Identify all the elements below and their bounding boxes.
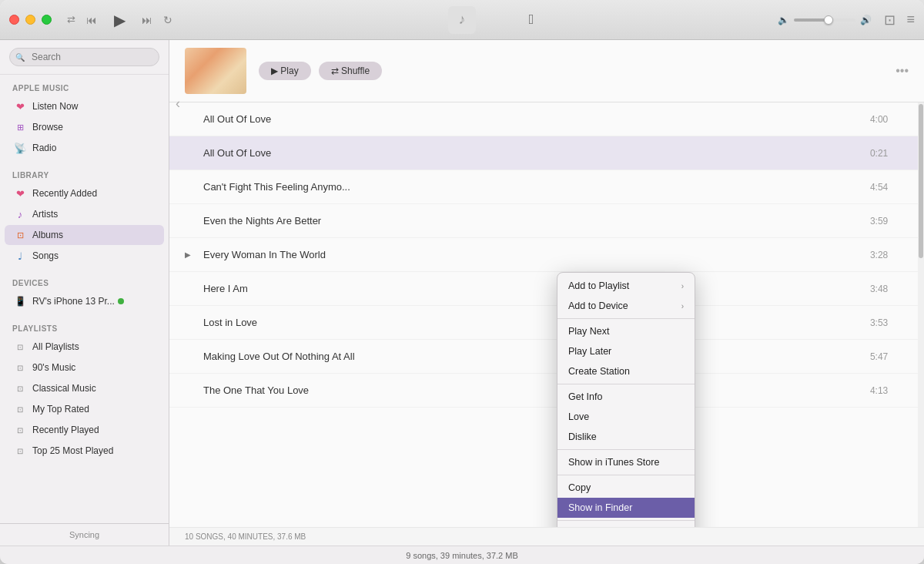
song-row[interactable]: Making Love Out Of Nothing At All 5:47 •…	[169, 340, 924, 374]
listen-now-label: Listen Now	[32, 101, 78, 112]
more-options-button[interactable]: •••	[896, 64, 909, 78]
sidebar-item-artists[interactable]: ♪ Artists	[5, 204, 164, 224]
iphone-label: RV's iPhone 13 Pr...	[32, 296, 115, 307]
context-copy[interactable]: Copy	[557, 478, 695, 498]
shuffle-button[interactable]: ⇄	[67, 14, 75, 25]
search-input[interactable]	[9, 48, 159, 66]
sidebar-item-iphone[interactable]: 📱 RV's iPhone 13 Pr...	[5, 291, 164, 311]
minimize-button[interactable]	[25, 15, 35, 25]
top-rated-icon: ⊡	[14, 403, 26, 415]
song-count-label: 10 SONGS, 40 MINUTES, 37.6 MB	[185, 532, 306, 541]
90s-label: 90's Music	[32, 362, 75, 373]
song-title: Here I Am	[203, 283, 870, 294]
sidebar-item-all-playlists[interactable]: ⊡ All Playlists	[5, 337, 164, 357]
context-add-to-playlist[interactable]: Add to Playlist ›	[557, 276, 695, 296]
play-button[interactable]: ▶ Play	[259, 62, 311, 80]
song-duration: 4:00	[870, 114, 888, 125]
context-get-info[interactable]: Get Info	[557, 387, 695, 407]
menu-button[interactable]: ≡	[906, 12, 915, 28]
sidebar-section-library: Library ❤ Recently Added ♪ Artists ⊡ Alb…	[0, 162, 169, 270]
volume-thumb[interactable]	[824, 15, 833, 25]
context-play-later[interactable]: Play Later	[557, 341, 695, 361]
all-playlists-icon: ⊡	[14, 341, 26, 353]
song-duration: 4:54	[870, 182, 888, 193]
recently-played-label: Recently Played	[32, 425, 99, 435]
search-bar	[0, 40, 169, 75]
albums-icon: ⊡	[14, 229, 26, 241]
song-list: All Out Of Love 4:00 ••• All Out Of Love…	[169, 102, 924, 527]
sidebar-section-devices: Devices 📱 RV's iPhone 13 Pr...	[0, 270, 169, 315]
album-art	[185, 48, 246, 94]
sidebar-item-classical[interactable]: ⊡ Classical Music	[5, 378, 164, 398]
create-station-label: Create Station	[568, 366, 630, 377]
lyrics-button[interactable]: ⊡	[884, 12, 896, 29]
play-later-label: Play Later	[568, 346, 611, 357]
scrollbar-thumb[interactable]	[919, 104, 923, 258]
show-finder-label: Show in Finder	[568, 502, 632, 513]
sidebar-item-browse[interactable]: ⊞ Browse	[5, 117, 164, 137]
volume-high-icon: 🔊	[860, 15, 872, 25]
volume-slider[interactable]	[794, 18, 855, 22]
sidebar-item-radio[interactable]: 📡 Radio	[5, 138, 164, 158]
albums-label: Albums	[32, 230, 63, 240]
song-title: All Out Of Love	[203, 113, 870, 125]
sidebar-item-recently-added[interactable]: ❤ Recently Added	[5, 183, 164, 203]
get-info-label: Get Info	[568, 391, 602, 402]
music-note-icon: ♪	[448, 6, 476, 34]
context-add-to-device[interactable]: Add to Device ›	[557, 296, 695, 316]
song-row[interactable]: All Out Of Love 0:21 •••	[169, 136, 924, 170]
next-button[interactable]: ⏭	[142, 14, 152, 26]
header-actions: ▶ Play ⇄ Shuffle	[259, 62, 382, 80]
play-pause-button[interactable]: ▶	[108, 8, 131, 32]
song-row[interactable]: Even the Nights Are Better 3:59 •••	[169, 204, 924, 238]
context-dislike[interactable]: Dislike	[557, 427, 695, 447]
artists-icon: ♪	[14, 208, 26, 220]
close-button[interactable]	[9, 15, 19, 25]
song-row[interactable]: All Out Of Love 4:00 •••	[169, 102, 924, 136]
section-header-library: Library	[0, 168, 169, 183]
maximize-button[interactable]	[42, 15, 52, 25]
recently-added-icon: ❤	[14, 187, 26, 200]
context-show-finder[interactable]: Show in Finder	[557, 498, 695, 518]
back-button[interactable]: ‹	[176, 96, 180, 112]
sidebar-item-songs[interactable]: ♩ Songs	[5, 246, 164, 266]
sidebar-item-90s[interactable]: ⊡ 90's Music	[5, 358, 164, 378]
prev-button[interactable]: ⏮	[86, 14, 97, 26]
song-row[interactable]: Here I Am 3:48 •••	[169, 272, 924, 306]
song-row[interactable]: ▶ Every Woman In The World 3:28 •••	[169, 238, 924, 272]
play-next-label: Play Next	[568, 326, 610, 337]
sidebar-item-recently-played[interactable]: ⊡ Recently Played	[5, 420, 164, 440]
scrollbar[interactable]	[918, 102, 924, 527]
section-header-playlists: Playlists	[0, 321, 169, 336]
love-label: Love	[568, 411, 589, 422]
song-title: All Out Of Love	[203, 147, 870, 159]
shuffle-button[interactable]: ⇄ Shuffle	[319, 62, 382, 80]
sidebar: Apple Music ❤ Listen Now ⊞ Browse 📡 Radi…	[0, 40, 169, 546]
submenu-arrow: ›	[681, 282, 684, 290]
sidebar-item-top-rated[interactable]: ⊡ My Top Rated	[5, 399, 164, 419]
top-25-label: Top 25 Most Played	[32, 445, 113, 456]
song-row[interactable]: The One That You Love 4:13 •••	[169, 374, 924, 408]
sidebar-item-albums[interactable]: ⊡ Albums	[5, 225, 164, 245]
add-to-playlist-label: Add to Playlist	[568, 280, 629, 291]
context-love[interactable]: Love	[557, 407, 695, 427]
song-row[interactable]: Can't Fight This Feeling Anymo... 4:54 •…	[169, 170, 924, 204]
context-delete-library[interactable]: Delete from Library	[557, 523, 695, 527]
context-play-next[interactable]: Play Next	[557, 321, 695, 341]
sidebar-item-listen-now[interactable]: ❤ Listen Now	[5, 96, 164, 116]
song-row[interactable]: Lost in Love 3:53 •••	[169, 306, 924, 340]
all-playlists-label: All Playlists	[32, 341, 79, 352]
listen-now-icon: ❤	[14, 100, 26, 112]
context-show-itunes[interactable]: Show in iTunes Store	[557, 452, 695, 472]
sidebar-item-top-25[interactable]: ⊡ Top 25 Most Played	[5, 441, 164, 461]
repeat-button[interactable]: ↻	[163, 14, 172, 26]
top-25-icon: ⊡	[14, 445, 26, 457]
section-header-devices: Devices	[0, 276, 169, 290]
iphone-icon: 📱	[14, 295, 26, 307]
context-create-station[interactable]: Create Station	[557, 361, 695, 381]
menu-divider	[557, 384, 695, 384]
recently-added-label: Recently Added	[32, 188, 97, 199]
radio-label: Radio	[32, 143, 56, 153]
add-to-device-label: Add to Device	[568, 300, 628, 311]
device-syncing-badge	[118, 298, 124, 304]
